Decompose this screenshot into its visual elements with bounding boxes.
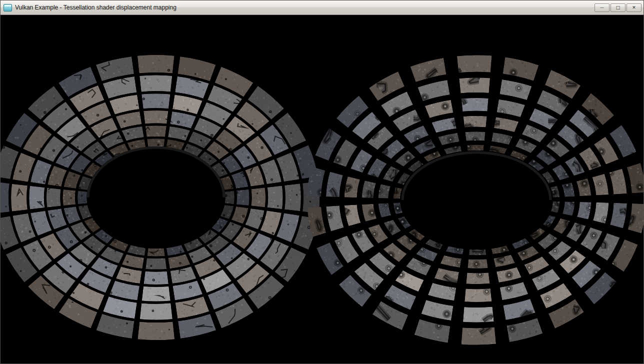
render-viewport [0, 15, 644, 364]
vulkan-render-canvas[interactable] [0, 15, 644, 364]
window-title: Vulkan Example - Tessellation shader dis… [15, 0, 590, 14]
window-controls: — □ ✕ [594, 4, 642, 12]
minimize-button[interactable]: — [594, 4, 610, 12]
titlebar[interactable]: Vulkan Example - Tessellation shader dis… [0, 0, 644, 15]
close-button[interactable]: ✕ [626, 4, 642, 12]
maximize-button[interactable]: □ [610, 4, 626, 12]
app-window: Vulkan Example - Tessellation shader dis… [0, 0, 644, 364]
app-icon [4, 4, 12, 12]
